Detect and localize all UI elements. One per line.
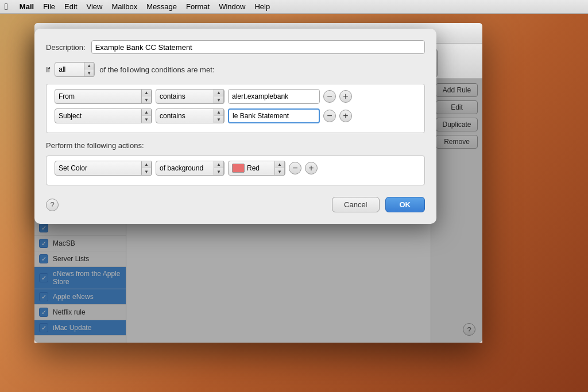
apple-menu[interactable]:  [5, 2, 8, 12]
if-stepper[interactable]: ▲ ▼ [84, 62, 94, 77]
action-type-select[interactable]: Set Color [55, 161, 152, 176]
stepper-down[interactable]: ▼ [142, 96, 151, 103]
modal-footer: ? Cancel OK [46, 197, 425, 212]
stepper-up[interactable]: ▲ [214, 90, 223, 96]
conditions-container: From ▲ ▼ contains ▲ ▼ − + [46, 84, 425, 133]
remove-action-1[interactable]: − [289, 162, 301, 174]
menu-view[interactable]: View [87, 2, 103, 11]
stepper-down[interactable]: ▼ [214, 96, 223, 103]
actions-container: Set Color ▲ ▼ of background ▲ ▼ [46, 156, 425, 185]
field-stepper-2[interactable]: ▲ ▼ [141, 108, 152, 123]
condition-value-input-1[interactable] [228, 89, 320, 104]
stepper-down[interactable]: ▼ [142, 116, 151, 123]
rules-dialog: Description: If all ▲ ▼ of the following… [34, 29, 436, 224]
color-swatch [232, 164, 245, 173]
target-stepper[interactable]: ▲ ▼ [214, 161, 224, 176]
condition-field-select-1[interactable]: From [55, 89, 152, 104]
field-stepper-1[interactable]: ▲ ▼ [141, 89, 152, 104]
remove-condition-1[interactable]: − [323, 90, 336, 103]
ok-button[interactable]: OK [385, 197, 425, 212]
stepper-up[interactable]: ▲ [142, 161, 151, 168]
action-stepper[interactable]: ▲ ▼ [141, 161, 152, 176]
target-select-wrapper: of background ▲ ▼ [156, 161, 225, 176]
menu-edit[interactable]: Edit [64, 2, 77, 11]
action-select-wrapper: Set Color ▲ ▼ [55, 161, 152, 176]
from-select-wrapper: From ▲ ▼ [55, 89, 152, 104]
menu-format[interactable]: Format [186, 2, 210, 11]
button-group: Cancel OK [332, 197, 425, 212]
stepper-down[interactable]: ▼ [214, 116, 223, 123]
condition-field-select-2[interactable]: Subject [55, 108, 152, 123]
conditions-suffix: of the following conditions are met: [99, 65, 214, 74]
stepper-down[interactable]: ▼ [275, 168, 284, 175]
stepper-up[interactable]: ▲ [275, 161, 284, 168]
menu-file[interactable]: File [43, 2, 55, 11]
action-row-1: Set Color ▲ ▼ of background ▲ ▼ [51, 161, 420, 176]
menu-mailbox[interactable]: Mailbox [111, 2, 137, 11]
stepper-down[interactable]: ▼ [214, 168, 223, 175]
operator-stepper-1[interactable]: ▲ ▼ [214, 89, 224, 104]
remove-condition-2[interactable]: − [323, 110, 336, 122]
color-stepper[interactable]: ▲ ▼ [274, 161, 285, 176]
if-row: If all ▲ ▼ of the following conditions a… [46, 62, 425, 77]
subject-select-wrapper: Subject ▲ ▼ [55, 108, 152, 123]
menubar:  Mail File Edit View Mailbox Message Fo… [0, 0, 588, 14]
actions-label: Perform the following actions: [46, 141, 425, 150]
menu-window[interactable]: Window [219, 2, 245, 11]
condition-value-select-2[interactable]: le Bank Statement [228, 108, 320, 123]
add-action-1[interactable]: + [305, 162, 318, 174]
stepper-up[interactable]: ▲ [214, 109, 223, 116]
stepper-up[interactable]: ▲ [84, 63, 94, 69]
contains-select-wrapper-2: contains ▲ ▼ [156, 108, 225, 123]
description-label: Description: [46, 43, 86, 52]
stepper-down[interactable]: ▼ [142, 168, 151, 175]
condition-row-2: Subject ▲ ▼ contains ▲ ▼ le Bank Stateme… [51, 108, 420, 123]
menu-help[interactable]: Help [254, 2, 270, 11]
add-condition-2[interactable]: + [339, 110, 352, 122]
help-button[interactable]: ? [46, 199, 59, 211]
description-input[interactable] [91, 40, 425, 54]
contains-select-wrapper-1: contains ▲ ▼ [156, 89, 225, 104]
stepper-up[interactable]: ▲ [142, 109, 151, 116]
cancel-button[interactable]: Cancel [332, 197, 379, 212]
menu-mail[interactable]: Mail [20, 2, 34, 11]
stepper-up[interactable]: ▲ [214, 161, 223, 168]
color-select-wrapper: Red ▲ ▼ [228, 161, 285, 176]
menu-message[interactable]: Message [146, 2, 177, 11]
operator-stepper-2[interactable]: ▲ ▼ [214, 108, 224, 123]
stepper-up[interactable]: ▲ [142, 90, 151, 96]
if-label: If [46, 65, 50, 74]
condition-row-1: From ▲ ▼ contains ▲ ▼ − + [51, 89, 420, 104]
if-select-wrapper: all ▲ ▼ [55, 62, 95, 77]
description-row: Description: [46, 40, 425, 54]
add-condition-1[interactable]: + [339, 90, 352, 103]
stepper-down[interactable]: ▼ [84, 69, 94, 76]
